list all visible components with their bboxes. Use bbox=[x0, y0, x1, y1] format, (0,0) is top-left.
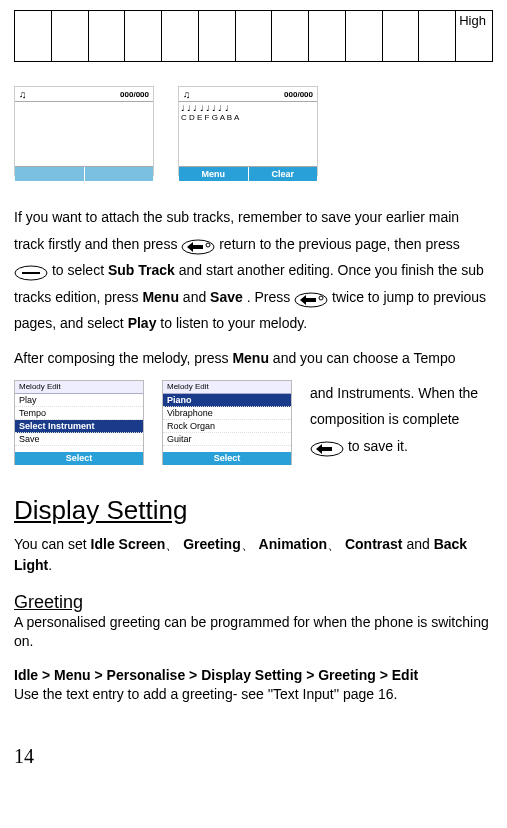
text: return to the previous page, then press bbox=[219, 236, 459, 252]
text: After composing the melody, press bbox=[14, 350, 232, 366]
back-key-icon bbox=[310, 439, 344, 455]
text-bold: Animation bbox=[259, 536, 327, 552]
text: and you can choose a Tempo bbox=[273, 350, 456, 366]
list-item[interactable]: Guitar bbox=[163, 433, 291, 446]
note-labels: C D E F G A B A bbox=[181, 113, 315, 122]
list-item[interactable]: Select Instrument bbox=[15, 420, 143, 433]
melody-row: Melody Edit PlayTempoSelect InstrumentSa… bbox=[14, 380, 493, 465]
text-bold: Save bbox=[210, 289, 243, 305]
top-grid-table: High bbox=[14, 10, 493, 62]
text-bold: Play bbox=[128, 315, 157, 331]
text: to select bbox=[52, 262, 108, 278]
back-key-icon bbox=[181, 237, 215, 253]
page-number: 14 bbox=[14, 745, 493, 768]
melody-list-2: PianoVibraphoneRock OrganGuitar bbox=[163, 394, 291, 452]
text: and bbox=[183, 289, 210, 305]
note-row: ♩ ♩ ♩ ♩ ♩ ♩ ♩ ♩ bbox=[181, 104, 315, 113]
list-item[interactable]: Rock Organ bbox=[163, 420, 291, 433]
softkey-left-empty[interactable] bbox=[15, 167, 84, 181]
text: to listen to your melody. bbox=[160, 315, 307, 331]
back-key-icon bbox=[294, 290, 328, 306]
instruction-para-2: After composing the melody, press Menu a… bbox=[14, 345, 493, 372]
phone-shot-1: ♫ 000/000 bbox=[14, 86, 154, 176]
softkey-select[interactable]: Select bbox=[15, 452, 143, 465]
text: You can set bbox=[14, 536, 91, 552]
counter: 000/000 bbox=[120, 90, 149, 99]
grid-cell-high: High bbox=[456, 11, 493, 62]
text-bold: Menu bbox=[232, 350, 269, 366]
softkey-clear[interactable]: Clear bbox=[248, 167, 318, 181]
list-item[interactable]: Piano bbox=[163, 394, 291, 407]
text-bold: Contrast bbox=[345, 536, 403, 552]
heading-greeting: Greeting bbox=[14, 592, 493, 613]
text: 、 bbox=[241, 536, 255, 552]
title: Melody Edit bbox=[15, 381, 143, 394]
softkey-right-empty[interactable] bbox=[84, 167, 154, 181]
hint-text: Use the text entry to add a greeting- se… bbox=[14, 686, 397, 702]
text: . bbox=[48, 557, 52, 573]
svg-point-1 bbox=[206, 243, 210, 247]
instruction-para-1: If you want to attach the sub tracks, re… bbox=[14, 204, 493, 337]
melody-shot-2: Melody Edit PianoVibraphoneRock OrganGui… bbox=[162, 380, 292, 465]
softkey-select[interactable]: Select bbox=[163, 452, 291, 465]
text-bold: Greeting bbox=[183, 536, 241, 552]
ok-key-icon bbox=[14, 263, 48, 279]
melody-list-1: PlayTempoSelect InstrumentSave bbox=[15, 394, 143, 452]
screenshot-row-top: ♫ 000/000 ♫ 000/000 ♩ ♩ ♩ ♩ ♩ ♩ ♩ ♩ C D … bbox=[14, 86, 493, 176]
text-bold: Idle Screen bbox=[91, 536, 166, 552]
list-item[interactable]: Tempo bbox=[15, 407, 143, 420]
softkey-menu[interactable]: Menu bbox=[179, 167, 248, 181]
nav-path: Idle > Menu > Personalise > Display Sett… bbox=[14, 667, 418, 683]
list-item[interactable]: Play bbox=[15, 394, 143, 407]
greeting-para: A personalised greeting can be programme… bbox=[14, 613, 493, 652]
svg-point-5 bbox=[319, 296, 323, 300]
path-and-hint: Idle > Menu > Personalise > Display Sett… bbox=[14, 666, 493, 705]
list-item[interactable]: Save bbox=[15, 433, 143, 446]
text: 、 bbox=[165, 536, 183, 552]
text: and Instruments. When the composition is… bbox=[310, 385, 478, 428]
display-setting-para: You can set Idle Screen、 Greeting、 Anima… bbox=[14, 534, 493, 576]
title: Melody Edit bbox=[163, 381, 291, 394]
text: 、 bbox=[327, 536, 341, 552]
side-text: and Instruments. When the composition is… bbox=[310, 380, 493, 460]
list-item[interactable]: Vibraphone bbox=[163, 407, 291, 420]
text: . Press bbox=[247, 289, 294, 305]
heading-display-setting: Display Setting bbox=[14, 495, 493, 526]
music-note-icon: ♫ bbox=[183, 89, 191, 100]
text: to save it. bbox=[348, 438, 408, 454]
text-bold: Menu bbox=[142, 289, 179, 305]
melody-shot-1: Melody Edit PlayTempoSelect InstrumentSa… bbox=[14, 380, 144, 465]
text: and bbox=[406, 536, 433, 552]
music-note-icon: ♫ bbox=[19, 89, 27, 100]
phone-shot-2: ♫ 000/000 ♩ ♩ ♩ ♩ ♩ ♩ ♩ ♩ C D E F G A B … bbox=[178, 86, 318, 176]
text-bold: Sub Track bbox=[108, 262, 175, 278]
counter: 000/000 bbox=[284, 90, 313, 99]
